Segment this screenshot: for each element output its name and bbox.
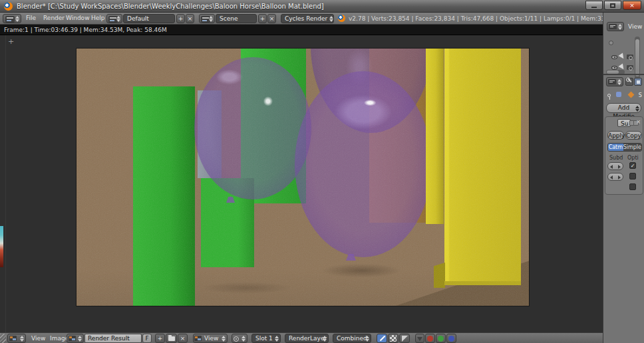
subdivisions-view-stepper[interactable] bbox=[607, 162, 623, 170]
chevron-updown-icon bbox=[365, 336, 369, 342]
info-editor-icon bbox=[5, 16, 15, 23]
subdivisions-render-stepper[interactable] bbox=[607, 173, 623, 181]
channel-blue-button[interactable] bbox=[446, 334, 456, 343]
menu-file[interactable]: File bbox=[24, 13, 38, 23]
info-header: File Render Window Help Default + × Scen… bbox=[0, 13, 603, 25]
channel-green-button[interactable] bbox=[436, 334, 446, 343]
editor-type-button[interactable] bbox=[3, 14, 21, 23]
outliner-row[interactable] bbox=[611, 54, 633, 60]
eye-icon[interactable] bbox=[611, 55, 617, 59]
close-button[interactable]: × bbox=[623, 1, 641, 10]
camera-render-icon[interactable] bbox=[627, 55, 633, 59]
outliner-view-menu[interactable]: View bbox=[626, 21, 644, 32]
region-expand-icon[interactable]: + bbox=[8, 38, 14, 45]
layout-name-field[interactable]: Default bbox=[123, 14, 175, 23]
mask-mode-button[interactable] bbox=[399, 334, 410, 343]
image-unlink-button[interactable]: × bbox=[178, 334, 188, 343]
fake-user-button[interactable]: F bbox=[142, 334, 152, 343]
blue-channel-icon bbox=[448, 336, 454, 342]
view-mode-dropdown[interactable]: View bbox=[193, 334, 228, 343]
editor-type-button[interactable] bbox=[7, 334, 26, 343]
scrollbar-thumb[interactable] bbox=[635, 39, 639, 76]
plus-icon: + bbox=[260, 15, 265, 22]
paint-mode-button[interactable] bbox=[377, 334, 387, 343]
chevron-updown-icon bbox=[221, 336, 226, 342]
channel-red-button[interactable] bbox=[425, 334, 435, 343]
outliner-vertical-scrollbar[interactable] bbox=[635, 37, 640, 83]
maximize-button[interactable] bbox=[604, 1, 621, 10]
scene-browse-button[interactable] bbox=[199, 14, 215, 23]
simple-option[interactable]: Simple bbox=[623, 144, 641, 151]
subdivision-type-toggle[interactable]: Catm Simple bbox=[607, 143, 642, 152]
folder-icon bbox=[168, 336, 175, 341]
image-new-button[interactable]: + bbox=[155, 334, 165, 343]
editor-divider[interactable] bbox=[603, 74, 644, 75]
footer-view-menu[interactable]: View bbox=[29, 333, 47, 343]
modifier-panel: Su × Apply Copy Catm Simple Subd Opti ✓ bbox=[605, 116, 643, 195]
minimize-button[interactable] bbox=[585, 1, 603, 10]
image-browse-button[interactable] bbox=[67, 334, 84, 343]
layout-browse-button[interactable] bbox=[106, 14, 122, 23]
channel-menu-button[interactable] bbox=[415, 334, 424, 343]
pin-icon[interactable] bbox=[607, 94, 611, 97]
chevron-updown-icon bbox=[617, 79, 621, 85]
menu-window[interactable]: Window bbox=[64, 13, 92, 23]
checker-icon bbox=[390, 335, 397, 342]
plus-icon: + bbox=[158, 335, 163, 342]
wrench-icon bbox=[627, 78, 631, 82]
modifier-name-field[interactable]: Su bbox=[617, 119, 631, 127]
outliner-editor-type-button[interactable] bbox=[607, 22, 624, 31]
scene-delete-button[interactable]: × bbox=[267, 14, 276, 23]
properties-editor-icon bbox=[608, 79, 616, 84]
image-open-button[interactable] bbox=[166, 334, 177, 343]
add-modifier-button[interactable]: Add Modifie bbox=[606, 103, 641, 113]
scene-statistics: v2.78 | Verts:23,854 | Faces:23,834 | Tr… bbox=[349, 13, 644, 25]
image-editor-viewport[interactable]: + bbox=[0, 35, 603, 332]
options-label: Opti bbox=[627, 155, 639, 161]
option-checkbox-checked[interactable]: ✓ bbox=[629, 162, 636, 169]
close-icon[interactable]: × bbox=[636, 118, 641, 126]
pivot-dropdown[interactable] bbox=[232, 334, 247, 343]
chevron-updown-icon bbox=[208, 16, 213, 22]
triangle-icon bbox=[417, 337, 422, 341]
layout-add-button[interactable]: + bbox=[176, 14, 185, 23]
scene-add-button[interactable]: + bbox=[258, 14, 267, 23]
image-icon bbox=[194, 336, 202, 341]
catmull-clark-option[interactable]: Catm bbox=[608, 144, 623, 151]
render-engine-select[interactable]: Cycles Render bbox=[281, 14, 334, 23]
blender-logo-icon bbox=[338, 15, 345, 22]
pen-icon bbox=[379, 336, 385, 342]
data-icon bbox=[637, 80, 640, 84]
cursor-select-icon[interactable] bbox=[618, 53, 625, 60]
window-title: Blender* [C:\Study WorkSpaces\Blender\We… bbox=[17, 3, 324, 10]
chevron-updown-icon bbox=[274, 336, 279, 342]
corner-resize-grip[interactable] bbox=[0, 334, 6, 343]
texture-draw-button[interactable] bbox=[388, 334, 399, 343]
properties-editor-type-button[interactable] bbox=[606, 77, 623, 86]
camera-render-icon[interactable] bbox=[627, 65, 633, 70]
option-checkbox[interactable] bbox=[629, 173, 636, 179]
menu-help[interactable]: Help bbox=[89, 13, 107, 23]
properties-tab-data[interactable] bbox=[634, 78, 642, 86]
close-icon: × bbox=[269, 15, 275, 22]
layout-delete-button[interactable]: × bbox=[186, 14, 194, 23]
chevron-updown-icon bbox=[116, 16, 120, 22]
render-image[interactable] bbox=[77, 49, 529, 306]
properties-breadcrumb: S bbox=[607, 92, 642, 100]
scene-name-field[interactable]: Scene bbox=[216, 14, 257, 23]
apply-button[interactable]: Apply bbox=[607, 131, 624, 140]
option-checkbox[interactable] bbox=[629, 183, 636, 190]
breadcrumb-object-name: S bbox=[639, 92, 642, 98]
modifier-breadcrumb-icon bbox=[616, 92, 621, 97]
properties-tab-modifiers[interactable] bbox=[625, 78, 633, 86]
blender-window: Blender* [C:\Study WorkSpaces\Blender\We… bbox=[0, 0, 644, 343]
chevron-updown-icon bbox=[241, 336, 245, 342]
image-name-field[interactable]: Render Result bbox=[84, 334, 142, 343]
minimize-icon bbox=[591, 7, 597, 8]
check-icon: ✓ bbox=[631, 163, 635, 169]
render-noise-overlay bbox=[77, 49, 529, 306]
menu-render[interactable]: Render bbox=[41, 13, 67, 23]
title-bar[interactable]: Blender* [C:\Study WorkSpaces\Blender\We… bbox=[0, 0, 644, 13]
close-icon: × bbox=[629, 2, 635, 9]
copy-button[interactable]: Copy bbox=[625, 131, 642, 140]
